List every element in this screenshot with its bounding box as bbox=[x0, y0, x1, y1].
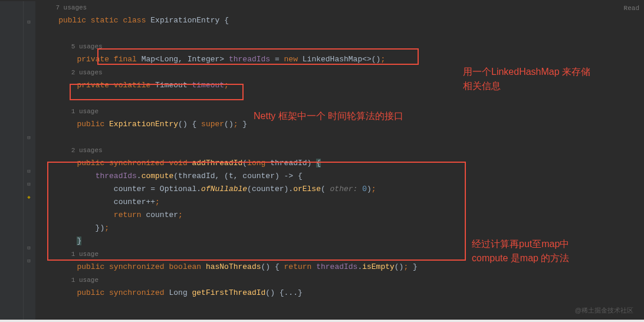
line-number-gutter bbox=[0, 1, 24, 322]
fold-icon[interactable]: ⊟ bbox=[26, 135, 32, 141]
code-line[interactable]: public static class ExpirationEntry { bbox=[40, 14, 644, 27]
fold-icon[interactable]: ⊟ bbox=[26, 169, 32, 175]
usage-hint: 1 usage bbox=[40, 274, 644, 287]
code-line[interactable]: public synchronized boolean hasNoThreads… bbox=[40, 261, 644, 274]
code-line[interactable]: counter++; bbox=[40, 196, 644, 209]
code-area[interactable]: 7 usages public static class ExpirationE… bbox=[35, 1, 644, 322]
usage-hint: 7 usages bbox=[40, 1, 644, 14]
usage-hint: 2 usages bbox=[40, 144, 644, 157]
editor-container: ⊟ ⊟ ⊟ ⊟ ◆ ⊟ ⊟ 7 usages public static cla… bbox=[0, 0, 644, 322]
code-line[interactable]: threadIds.compute(threadId, (t, counter)… bbox=[40, 170, 644, 183]
code-line[interactable]: private final Map<Long, Integer> threadI… bbox=[40, 53, 644, 66]
usage-hint: 2 usages bbox=[40, 66, 644, 79]
code-line[interactable]: counter = Optional.ofNullable(counter).o… bbox=[40, 183, 644, 196]
fold-warning-icon[interactable]: ◆ bbox=[26, 195, 32, 201]
code-line[interactable] bbox=[40, 27, 644, 40]
watermark: @稀土掘金技术社区 bbox=[575, 306, 633, 315]
code-line[interactable]: return counter; bbox=[40, 209, 644, 222]
fold-gutter: ⊟ ⊟ ⊟ ⊟ ◆ ⊟ ⊟ bbox=[24, 1, 35, 322]
code-line[interactable]: private volatile Timeout timeout; bbox=[40, 79, 644, 92]
code-line[interactable]: public ExpirationEntry() { super(); } bbox=[40, 118, 644, 131]
code-line[interactable] bbox=[40, 131, 644, 144]
bottom-border bbox=[0, 320, 644, 322]
code-line[interactable]: } bbox=[40, 235, 644, 248]
fold-icon[interactable]: ⊟ bbox=[26, 245, 32, 251]
usage-hint: 1 usage bbox=[40, 105, 644, 118]
usage-hint: 5 usages bbox=[40, 40, 644, 53]
code-line[interactable]: }); bbox=[40, 222, 644, 235]
code-line[interactable]: public synchronized Long getFirstThreadI… bbox=[40, 287, 644, 300]
fold-icon[interactable]: ⊟ bbox=[26, 258, 32, 264]
top-right-badge: Read bbox=[624, 5, 639, 12]
code-line[interactable]: public synchronized void addThreadId(lon… bbox=[40, 157, 644, 170]
code-line[interactable] bbox=[40, 92, 644, 105]
usage-hint: 1 usage bbox=[40, 248, 644, 261]
fold-icon[interactable]: ⊟ bbox=[26, 182, 32, 188]
fold-icon[interactable]: ⊟ bbox=[26, 19, 32, 25]
